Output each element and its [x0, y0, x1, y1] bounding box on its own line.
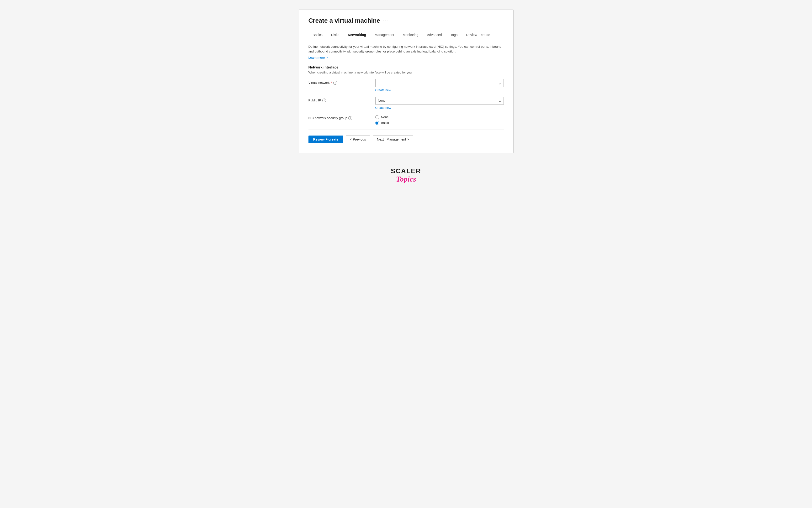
tab-bar: Basics Disks Networking Management Monit…	[309, 31, 504, 39]
nic-nsg-basic-label: Basic	[381, 121, 389, 125]
tab-networking[interactable]: Networking	[343, 31, 370, 39]
tab-review-create[interactable]: Review + create	[462, 31, 494, 39]
public-ip-dropdown[interactable]: None	[375, 97, 504, 105]
external-link-icon: ↗	[326, 56, 329, 59]
page-header: Create a virtual machine ···	[309, 17, 504, 24]
tab-basics[interactable]: Basics	[309, 31, 327, 39]
nic-nsg-control: None Basic	[375, 114, 504, 125]
tab-advanced[interactable]: Advanced	[422, 31, 446, 39]
create-vm-card: Create a virtual machine ··· Basics Disk…	[299, 9, 514, 153]
virtual-network-dropdown-wrapper	[375, 79, 504, 87]
nic-nsg-basic-option[interactable]: Basic	[375, 121, 504, 125]
public-ip-info-icon[interactable]: i	[322, 98, 326, 102]
learn-more-link[interactable]: Learn more ↗	[309, 56, 329, 59]
public-ip-dropdown-wrapper: None	[375, 97, 504, 105]
public-ip-control: None Create new	[375, 97, 504, 110]
page-description: Define network connectivity for your vir…	[309, 44, 504, 54]
tab-management[interactable]: Management	[370, 31, 399, 39]
nic-nsg-none-option[interactable]: None	[375, 115, 504, 119]
required-indicator: *	[331, 81, 332, 84]
nic-nsg-label: NIC network security group i	[309, 114, 375, 120]
brand-topics-text: Topics	[391, 175, 421, 183]
virtual-network-control: Create new	[375, 79, 504, 92]
nic-nsg-info-icon[interactable]: i	[348, 116, 352, 120]
nic-nsg-none-label: None	[381, 115, 389, 119]
nic-nsg-radio-group: None Basic	[375, 114, 504, 125]
virtual-network-row: Virtual network * i Create new	[309, 79, 504, 92]
virtual-network-label: Virtual network * i	[309, 79, 375, 85]
virtual-network-dropdown[interactable]	[375, 79, 504, 87]
virtual-network-create-new[interactable]: Create new	[375, 88, 504, 92]
nic-nsg-basic-radio[interactable]	[375, 121, 379, 125]
virtual-network-info-icon[interactable]: i	[333, 81, 337, 85]
tab-disks[interactable]: Disks	[327, 31, 343, 39]
public-ip-create-new[interactable]: Create new	[375, 106, 504, 110]
next-button[interactable]: Next : Management >	[373, 135, 413, 143]
tab-monitoring[interactable]: Monitoring	[399, 31, 422, 39]
page-menu-icon[interactable]: ···	[383, 18, 389, 24]
section-subtext: When creating a virtual machine, a netwo…	[309, 71, 504, 74]
tab-tags[interactable]: Tags	[446, 31, 462, 39]
review-create-button[interactable]: Review + create	[309, 135, 343, 143]
public-ip-row: Public IP i None Create new	[309, 97, 504, 110]
brand-scaler-text: SCALER	[391, 167, 421, 175]
public-ip-label: Public IP i	[309, 97, 375, 102]
nic-nsg-none-radio[interactable]	[375, 115, 379, 119]
previous-button[interactable]: < Previous	[346, 135, 370, 143]
nic-nsg-row: NIC network security group i None Basic	[309, 114, 504, 125]
bottom-actions: Review + create < Previous Next : Manage…	[309, 135, 504, 143]
page-title: Create a virtual machine	[309, 17, 380, 24]
section-heading: Network interface	[309, 65, 504, 69]
branding: SCALER Topics	[391, 167, 421, 183]
